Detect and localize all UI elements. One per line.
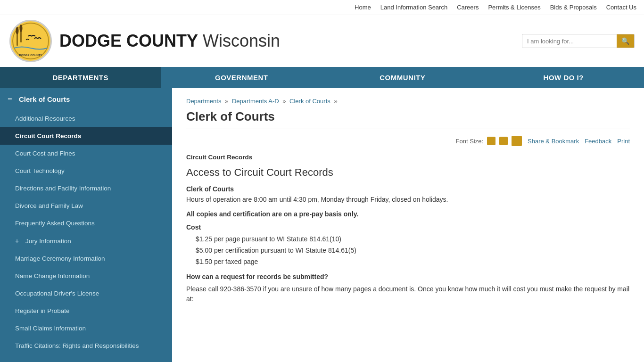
- sidebar-item-label: Court Technology: [15, 167, 65, 174]
- content-cost-list: $1.25 per page pursuant to WI Statute 81…: [196, 234, 630, 267]
- site-logo: DODGE COUNTY: [9, 20, 52, 62]
- svg-point-2: [16, 27, 19, 34]
- sidebar-item-jury-information[interactable]: + Jury Information: [0, 232, 172, 250]
- svg-text:DODGE COUNTY: DODGE COUNTY: [19, 54, 42, 57]
- content-request-question: How can a request for records be submitt…: [186, 273, 630, 280]
- content-section-label: Circuit Court Records: [186, 154, 630, 161]
- sidebar-item-faq[interactable]: Frequently Asked Questions: [0, 214, 172, 232]
- breadcrumb-sep3: »: [334, 98, 337, 105]
- sidebar-item-label: Additional Resources: [15, 115, 75, 122]
- sidebar-section-clerk-of-courts[interactable]: − Clerk of Courts: [0, 88, 172, 110]
- page-body: − Clerk of Courts Additional Resources C…: [0, 88, 644, 362]
- sidebar-item-name-change[interactable]: Name Change Information: [0, 267, 172, 285]
- content-copies-notice: All copies and certification are on a pr…: [186, 210, 630, 218]
- cost-item-0: $1.25 per page pursuant to WI Statute 81…: [196, 234, 630, 245]
- nav-land-info[interactable]: Land Information Search: [380, 4, 447, 11]
- search-box[interactable]: 🔍: [522, 34, 635, 48]
- sidebar-item-label: Register in Probate: [15, 307, 70, 314]
- content-main-heading: Access to Circuit Court Records: [186, 166, 630, 179]
- sidebar-item-label: Court Cost and Fines: [15, 150, 75, 157]
- top-navigation: Home Land Information Search Careers Per…: [0, 0, 644, 15]
- font-size-label: Font Size:: [456, 138, 484, 145]
- sidebar-item-marriage-ceremony[interactable]: Marriage Ceremony Information: [0, 250, 172, 267]
- nav-home[interactable]: Home: [355, 4, 371, 11]
- site-title: DODGE COUNTY Wisconsin: [59, 31, 280, 51]
- nav-government[interactable]: GOVERNMENT: [161, 67, 322, 88]
- print-link[interactable]: Print: [617, 138, 630, 145]
- sidebar: − Clerk of Courts Additional Resources C…: [0, 88, 172, 362]
- sidebar-item-divorce-family-law[interactable]: Divorce and Family Law: [0, 197, 172, 214]
- sidebar-item-label: Occupational Driver's License: [15, 290, 99, 297]
- sidebar-toggle-main: −: [8, 95, 15, 103]
- content-request-text: Please call 920-386-3570 if you are unsu…: [186, 284, 630, 304]
- sidebar-item-court-technology[interactable]: Court Technology: [0, 162, 172, 180]
- nav-how-do-i[interactable]: HOW DO I?: [483, 67, 644, 88]
- sidebar-item-court-cost-fines[interactable]: Court Cost and Fines: [0, 145, 172, 162]
- breadcrumb-departments-ad[interactable]: Departments A-D: [232, 98, 279, 105]
- breadcrumb: Departments » Departments A-D » Clerk of…: [186, 98, 630, 105]
- sidebar-item-label: Small Claims Information: [15, 325, 86, 332]
- nav-permits[interactable]: Permits & Licenses: [488, 4, 540, 11]
- cost-item-1: $5.00 per certification pursuant to WI S…: [196, 245, 630, 256]
- share-bookmark-link[interactable]: Share & Bookmark: [528, 138, 579, 145]
- svg-point-4: [20, 25, 23, 32]
- font-bar: Font Size: Share & Bookmark Feedback Pri…: [186, 136, 630, 146]
- breadcrumb-sep2: »: [282, 98, 288, 105]
- sidebar-item-register-probate[interactable]: Register in Probate: [0, 302, 172, 320]
- nav-careers[interactable]: Careers: [457, 4, 479, 11]
- sidebar-item-small-claims[interactable]: Small Claims Information: [0, 320, 172, 337]
- breadcrumb-sep1: »: [225, 98, 230, 105]
- font-size-large-btn[interactable]: [512, 136, 522, 146]
- breadcrumb-clerk-of-courts[interactable]: Clerk of Courts: [289, 98, 330, 105]
- main-content: Departments » Departments A-D » Clerk of…: [172, 88, 644, 362]
- sidebar-section-label: Clerk of Courts: [19, 95, 70, 103]
- sidebar-item-directions[interactable]: Directions and Facility Information: [0, 180, 172, 197]
- site-header: DODGE COUNTY DODGE COUNTY Wisconsin 🔍: [0, 15, 644, 67]
- nav-contact[interactable]: Contact Us: [606, 4, 636, 11]
- page-title: Clerk of Courts: [186, 109, 630, 129]
- sidebar-item-occupational-license[interactable]: Occupational Driver's License: [0, 285, 172, 302]
- content-clerk-subtitle: Clerk of Courts: [186, 185, 630, 193]
- nav-community[interactable]: COMMUNITY: [322, 67, 483, 88]
- search-button[interactable]: 🔍: [617, 34, 634, 48]
- sidebar-item-label: Traffic Citations: Rights and Responsibi…: [15, 342, 139, 349]
- sidebar-item-label: Directions and Facility Information: [15, 185, 111, 192]
- sidebar-item-circuit-court-records[interactable]: Circuit Court Records: [0, 127, 172, 145]
- sidebar-item-additional-resources[interactable]: Additional Resources: [0, 110, 172, 127]
- sidebar-toggle-jury: +: [15, 237, 22, 245]
- sidebar-item-traffic-citations[interactable]: Traffic Citations: Rights and Responsibi…: [0, 337, 172, 354]
- sidebar-item-label: Frequently Asked Questions: [15, 220, 95, 227]
- sidebar-item-label: Circuit Court Records: [15, 132, 81, 140]
- breadcrumb-departments[interactable]: Departments: [186, 98, 221, 105]
- header-left: DODGE COUNTY DODGE COUNTY Wisconsin: [9, 20, 280, 62]
- nav-departments[interactable]: DEPARTMENTS: [0, 67, 161, 88]
- sidebar-item-label: Jury Information: [25, 238, 71, 245]
- font-size-medium-btn[interactable]: [499, 137, 508, 145]
- feedback-link[interactable]: Feedback: [585, 138, 611, 145]
- sidebar-item-label: Marriage Ceremony Information: [15, 255, 105, 262]
- sidebar-item-label: Divorce and Family Law: [15, 202, 83, 209]
- main-navigation: DEPARTMENTS GOVERNMENT COMMUNITY HOW DO …: [0, 67, 644, 88]
- content-cost-heading: Cost: [186, 223, 630, 231]
- content-hours-text: Hours of operation are 8:00 am until 4:3…: [186, 195, 630, 205]
- sidebar-item-label: Name Change Information: [15, 272, 90, 280]
- font-size-small-btn[interactable]: [487, 137, 495, 145]
- nav-bids[interactable]: Bids & Proposals: [550, 4, 597, 11]
- cost-item-2: $1.50 per faxed page: [196, 256, 630, 268]
- search-input[interactable]: [522, 35, 617, 48]
